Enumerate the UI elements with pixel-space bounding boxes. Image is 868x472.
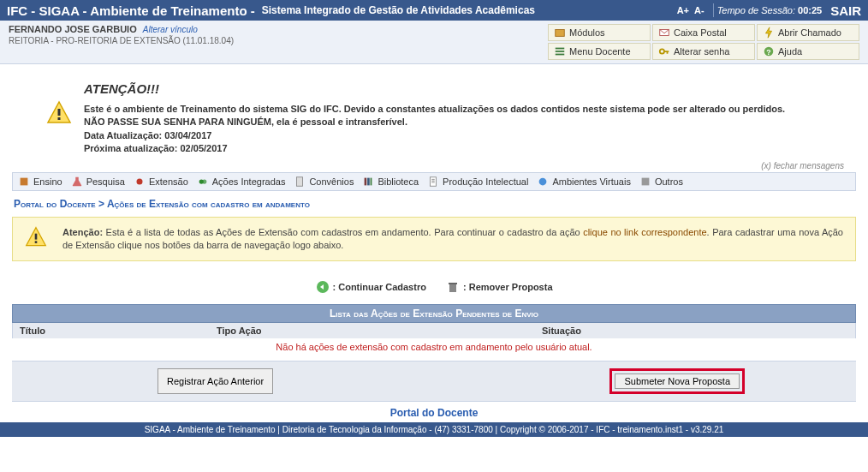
paper-icon bbox=[427, 176, 439, 188]
ql-alterar-senha[interactable]: Alterar senha bbox=[652, 43, 755, 60]
user-name: FERNANDO JOSE GARBUIO bbox=[9, 24, 137, 34]
app-subtitle: Sistema Integrado de Gestão de Atividade… bbox=[262, 4, 535, 16]
menu-biblioteca[interactable]: Biblioteca bbox=[362, 176, 419, 188]
menu-acoes-integradas[interactable]: Ações Integradas bbox=[197, 176, 286, 188]
registrar-acao-anterior-button[interactable]: Registrar Ação Anterior bbox=[158, 368, 273, 394]
svg-text:?: ? bbox=[766, 48, 770, 57]
quicklinks: Módulos Caixa Postal Abrir Chamado Menu … bbox=[548, 24, 859, 60]
close-messages[interactable]: (x) fechar mensagens bbox=[12, 159, 856, 172]
menu-convenios[interactable]: Convênios bbox=[294, 176, 354, 188]
notice: Atenção: Esta é a lista de todas as Açõe… bbox=[12, 217, 856, 262]
col-situacao: Situação bbox=[542, 326, 848, 336]
warning-icon bbox=[46, 80, 72, 156]
ql-ajuda[interactable]: ?Ajuda bbox=[757, 43, 859, 60]
svg-rect-26 bbox=[449, 284, 456, 292]
svg-rect-9 bbox=[58, 109, 61, 116]
svg-rect-3 bbox=[556, 51, 565, 52]
alterar-vinculo-link[interactable]: Alterar vínculo bbox=[143, 25, 198, 34]
breadcrumb-current: Ações de Extensão com cadastro em andame… bbox=[107, 198, 310, 210]
virtual-icon bbox=[537, 176, 549, 188]
menu-producao[interactable]: Produção Intelectual bbox=[427, 176, 528, 188]
alert-line4: Próxima atualização: 02/05/2017 bbox=[84, 142, 785, 155]
book-icon bbox=[18, 176, 30, 188]
continue-icon bbox=[316, 280, 330, 294]
notice-link[interactable]: clique no link correspondente bbox=[583, 227, 706, 237]
trash-icon bbox=[446, 280, 460, 294]
main-menu: Ensino Pesquisa Extensão Ações Integrada… bbox=[12, 172, 856, 191]
svg-rect-18 bbox=[371, 177, 372, 185]
svg-rect-4 bbox=[556, 54, 565, 56]
logout-button[interactable]: SAIR bbox=[830, 3, 861, 18]
ql-menu-docente[interactable]: Menu Docente bbox=[548, 43, 651, 60]
alert-title: ATENÇÃO!!! bbox=[84, 80, 785, 98]
alert-line3: Data Atualização: 03/04/2017 bbox=[84, 129, 785, 142]
box-icon bbox=[554, 27, 566, 39]
svg-rect-15 bbox=[297, 176, 303, 186]
svg-point-14 bbox=[202, 179, 206, 183]
document-icon bbox=[294, 176, 306, 188]
svg-rect-10 bbox=[58, 117, 61, 120]
warning-icon bbox=[25, 226, 47, 248]
session-label: Tempo de Sessão: 00:25 bbox=[717, 5, 823, 15]
menu-extensao[interactable]: Extensão bbox=[134, 176, 188, 188]
integrated-icon bbox=[197, 176, 209, 188]
svg-point-12 bbox=[136, 178, 142, 184]
portal-docente-link[interactable]: Portal do Docente bbox=[390, 407, 479, 419]
ql-modulos[interactable]: Módulos bbox=[548, 24, 651, 41]
svg-point-5 bbox=[660, 49, 664, 53]
portal-link-row: Portal do Docente bbox=[12, 402, 856, 422]
submeter-nova-proposta-button[interactable]: Submeter Nova Proposta bbox=[615, 373, 740, 389]
font-increase[interactable]: A+ bbox=[677, 5, 689, 15]
table-header-row: Título Tipo Ação Situação bbox=[12, 323, 856, 338]
flask-icon bbox=[71, 176, 83, 188]
app-title: IFC - SIGAA - Ambiente de Treinamento - bbox=[7, 3, 255, 18]
svg-rect-19 bbox=[431, 176, 437, 186]
svg-rect-11 bbox=[21, 177, 28, 185]
svg-rect-16 bbox=[365, 177, 367, 185]
alert-line1: Este é o ambiente de Treinamento do sist… bbox=[84, 103, 785, 116]
extension-icon bbox=[134, 176, 146, 188]
menu-pesquisa[interactable]: Pesquisa bbox=[71, 176, 125, 188]
submeter-highlight: Submeter Nova Proposta bbox=[609, 368, 745, 394]
col-tipo: Tipo Ação bbox=[217, 326, 542, 336]
svg-rect-17 bbox=[368, 177, 371, 185]
breadcrumb-root[interactable]: Portal do Docente bbox=[14, 198, 96, 210]
table-empty: Não há ações de extensão com cadastro em… bbox=[12, 338, 856, 361]
svg-rect-24 bbox=[35, 241, 38, 243]
footer: SIGAA - Ambiente de Treinamento | Direto… bbox=[0, 422, 868, 437]
svg-rect-21 bbox=[642, 177, 650, 185]
table-title: Lista das Ações de Extensão Pendentes de… bbox=[12, 304, 856, 323]
menu-ensino[interactable]: Ensino bbox=[18, 176, 62, 188]
svg-rect-2 bbox=[556, 48, 565, 50]
alert-line2: NÃO PASSE SUA SENHA PARA NINGUÉM, ela é … bbox=[84, 116, 785, 128]
menu-outros[interactable]: Outros bbox=[639, 176, 683, 188]
books-icon bbox=[362, 176, 374, 188]
help-icon: ? bbox=[763, 45, 775, 57]
notice-label: Atenção: bbox=[62, 227, 103, 237]
mail-icon bbox=[658, 27, 670, 39]
lightning-icon bbox=[763, 27, 775, 39]
menu-ambientes[interactable]: Ambientes Virtuais bbox=[537, 176, 631, 188]
other-icon bbox=[639, 176, 651, 188]
user-unit: REITORIA - PRO-REITORIA DE EXTENSÃO (11.… bbox=[9, 36, 548, 45]
userbar: FERNANDO JOSE GARBUIO Alterar vínculo RE… bbox=[0, 21, 868, 64]
topbar: IFC - SIGAA - Ambiente de Treinamento - … bbox=[0, 0, 868, 21]
col-titulo: Título bbox=[20, 326, 217, 336]
menu-icon bbox=[554, 45, 566, 57]
svg-rect-27 bbox=[449, 283, 457, 284]
ql-abrir-chamado[interactable]: Abrir Chamado bbox=[757, 24, 859, 41]
font-decrease[interactable]: A- bbox=[694, 5, 705, 15]
breadcrumb: Portal do Docente > Ações de Extensão co… bbox=[12, 194, 856, 217]
ql-caixa-postal[interactable]: Caixa Postal bbox=[652, 24, 755, 41]
legend: : Continuar Cadastro : Remover Proposta bbox=[12, 275, 856, 304]
svg-point-20 bbox=[539, 177, 547, 185]
training-alert: ATENÇÃO!!! Este é o ambiente de Treiname… bbox=[12, 73, 856, 159]
svg-rect-23 bbox=[35, 233, 38, 239]
action-buttons-row: Registrar Ação Anterior Submeter Nova Pr… bbox=[12, 361, 856, 402]
svg-rect-0 bbox=[556, 30, 565, 37]
key-icon bbox=[658, 45, 670, 57]
